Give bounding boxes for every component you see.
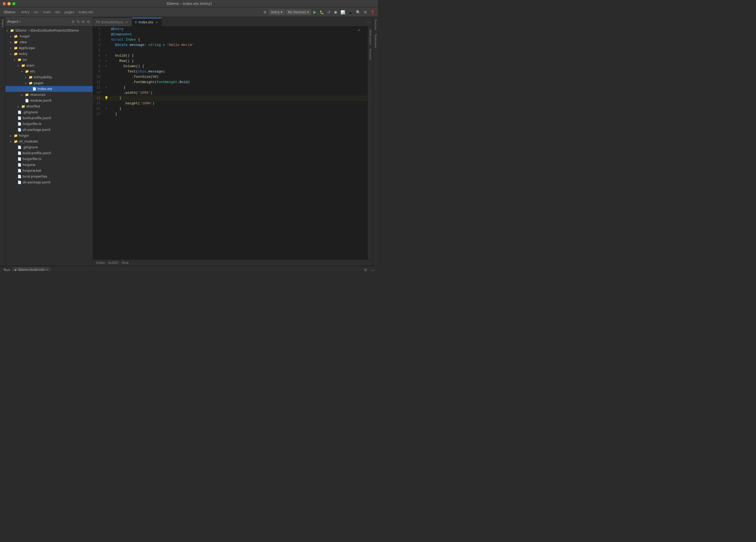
tree-item-oh-package-json5[interactable]: 📄 oh-package.json5 <box>5 180 93 185</box>
stop-button[interactable]: ⏹ <box>333 10 338 15</box>
tree-item-hvigorw[interactable]: 📄 hvigorw <box>5 162 93 168</box>
breadcrumb-ets[interactable]: ets <box>55 10 60 14</box>
tree-item-label: hvigorfile.ts <box>23 157 41 161</box>
tab-entryability[interactable]: TS EntryAbility.ts × <box>93 18 132 26</box>
tree-item-entry[interactable]: ▾ 📁 entry <box>5 51 93 57</box>
breadcrumb-pages[interactable]: pages <box>65 10 74 14</box>
breadcrumb-file[interactable]: Index.ets <box>79 10 93 14</box>
panel-settings-button[interactable]: ⚙ <box>363 267 368 271</box>
bookmarks-tab[interactable]: Bookmarks <box>374 32 377 50</box>
tree-arrow-icon: ▸ <box>25 76 28 79</box>
file-tree: ▾ 📁 SDemo ~/DevEcoStudioProjects/SDemo ▾… <box>5 27 93 266</box>
close-button[interactable] <box>3 2 6 5</box>
tree-file-icon: 📁 <box>29 75 33 79</box>
device-manager-button[interactable]: 📱 <box>347 10 354 15</box>
tree-item-ets[interactable]: ▾ 📁 ets <box>5 69 93 74</box>
tree-item-hvigorfile-ts[interactable]: 📄 hvigorfile.ts <box>5 156 93 162</box>
tree-item-module-json5[interactable]: 📄 module.json5 <box>5 98 93 104</box>
entry-label: entry <box>271 10 280 14</box>
panel-close-button[interactable]: — <box>370 267 376 271</box>
settings-icon[interactable]: ⚙ <box>262 10 268 15</box>
tree-item--idea[interactable]: ▾ 📁 .idea <box>5 39 93 45</box>
tab-close-index[interactable]: × <box>155 21 158 24</box>
tree-item-src[interactable]: ▾ 📁 src <box>5 57 93 63</box>
tree-item-hvigor[interactable]: ▸ 📁 hvigor <box>5 133 93 139</box>
run-button[interactable]: ▶ <box>312 9 317 15</box>
tree-item-pages[interactable]: ▾ 📁 pages <box>5 80 93 86</box>
previewer-tab[interactable]: Previewer <box>368 47 372 63</box>
project-title: Project <box>7 20 18 24</box>
sort-button[interactable]: ⇅ <box>76 19 80 24</box>
tree-item-index-ets[interactable]: 📄 Index.ets <box>5 86 93 92</box>
run-config-icon: ▶ <box>15 269 17 271</box>
tree-item-label: ets <box>30 70 35 73</box>
tree-item-resources[interactable]: ▸ 📁 resources <box>5 92 93 98</box>
tree-file-icon: 📄 <box>18 169 22 173</box>
notifications-tab[interactable]: Notifications <box>368 28 372 47</box>
breadcrumb-row[interactable]: Row <box>122 261 129 265</box>
minimize-button[interactable] <box>7 2 11 5</box>
tab-more-button[interactable]: ⋯ <box>364 18 373 26</box>
code-line-5: 5 <box>93 48 367 53</box>
code-line-17: 17 } <box>93 112 367 117</box>
code-line-11: 11 .fontWeight(FontWeight.Bold) <box>93 80 367 85</box>
run-header: Run: ▶ SDemo [build init] × ⚙ — <box>0 266 378 271</box>
gear-button[interactable]: ⚙ <box>363 10 368 15</box>
tree-item-ohostest[interactable]: ▸ 📁 ohosTest <box>5 104 93 109</box>
tree-item-oh-package-json5[interactable]: 📄 oh-package.json5 <box>5 127 93 133</box>
code-editor[interactable]: ✓ 1 @Entry 2 @Component <box>93 27 367 259</box>
tab-close-entryability[interactable]: × <box>125 20 128 24</box>
tree-file-icon: 📄 <box>18 110 22 114</box>
maximize-button[interactable] <box>12 2 15 5</box>
collapse-all-button[interactable]: ⊟ <box>71 19 75 24</box>
breadcrumb-main[interactable]: main <box>43 10 51 14</box>
run-config-close[interactable]: × <box>45 268 48 271</box>
tree-item-appscope[interactable]: ▾ 📁 AppScope <box>5 45 93 51</box>
tree-item--hvigor[interactable]: ▾ 📁 .hvigor <box>5 33 93 39</box>
debug-button[interactable]: 🐛 <box>318 10 325 15</box>
tree-file-icon: 📁 <box>14 140 18 143</box>
tree-item--gitignore[interactable]: 📄 .gitignore <box>5 144 93 150</box>
filter-button[interactable]: ⊞ <box>81 19 85 24</box>
tree-item-label: pages <box>34 81 43 85</box>
tree-item-oh-modules[interactable]: ▾ 📁 oh_modules <box>5 139 93 144</box>
tree-item-label: main <box>26 64 34 67</box>
structure-tab[interactable]: Structure <box>374 17 377 32</box>
run-config-badge[interactable]: ▶ SDemo [build init] × <box>12 268 50 271</box>
profile-button[interactable]: 📊 <box>339 10 346 15</box>
toolbar-right: ⚙ entry ▾ No Devices ▾ ▶ 🐛 ↺ ⏹ 📊 📱 🔍 ⚙ ❓ <box>262 9 376 15</box>
traffic-lights <box>3 2 15 5</box>
tree-item-entryability[interactable]: ▸ 📁 entryability <box>5 74 93 80</box>
breadcrumb-build[interactable]: build() <box>108 261 119 265</box>
code-line-3: 3 struct Index { <box>93 37 367 42</box>
tree-item-local-properties[interactable]: 📄 local.properties <box>5 174 93 180</box>
entry-selector[interactable]: entry ▾ <box>269 10 285 15</box>
code-line-16: 16 ▾ } <box>93 106 367 112</box>
ts-file-icon: TS <box>96 20 100 24</box>
breadcrumb-index[interactable]: Index <box>96 261 105 265</box>
tree-file-icon: 📄 <box>18 181 22 184</box>
sdemo-menu[interactable]: SDemo <box>2 10 17 15</box>
tree-file-icon: 📁 <box>10 29 14 32</box>
tree-item-main[interactable]: ▾ 📁 main <box>5 63 93 69</box>
tree-item-label: .idea <box>19 40 27 44</box>
tree-item-hvigorfile-ts[interactable]: 📄 hvigorfile.ts <box>5 121 93 127</box>
tree-item--gitignore[interactable]: 📄 .gitignore <box>5 109 93 115</box>
help-button[interactable]: ❓ <box>369 10 376 15</box>
device-selector[interactable]: No Devices ▾ <box>286 10 311 15</box>
run-label: Run: <box>4 268 11 271</box>
tree-item-label: hvigorw.bat <box>23 169 41 173</box>
tree-item-build-profile-json5[interactable]: 📄 build-profile.json5 <box>5 150 93 156</box>
settings-tree-button[interactable]: ⚙ <box>86 19 91 24</box>
search-button[interactable]: 🔍 <box>355 10 362 15</box>
bottom-panel: Run: ▶ SDemo [build init] × ⚙ — ▶ ⏹ ↺ ⏸ … <box>0 266 378 271</box>
tree-item-build-profile-json5[interactable]: 📄 build-profile.json5 <box>5 115 93 121</box>
breadcrumb-entry[interactable]: entry <box>21 10 30 14</box>
reload-button[interactable]: ↺ <box>326 10 332 15</box>
project-sidebar-toggle[interactable]: Project <box>1 18 5 28</box>
breadcrumb-src[interactable]: src <box>34 10 39 14</box>
tree-item-sdemo---devecostudioprojects-sdemo[interactable]: ▾ 📁 SDemo ~/DevEcoStudioProjects/SDemo <box>5 28 93 33</box>
tree-item-hvigorw-bat[interactable]: 📄 hvigorw.bat <box>5 168 93 174</box>
tree-item-label: oh_modules <box>19 140 38 143</box>
tab-index[interactable]: E Index.ets × <box>132 18 162 26</box>
